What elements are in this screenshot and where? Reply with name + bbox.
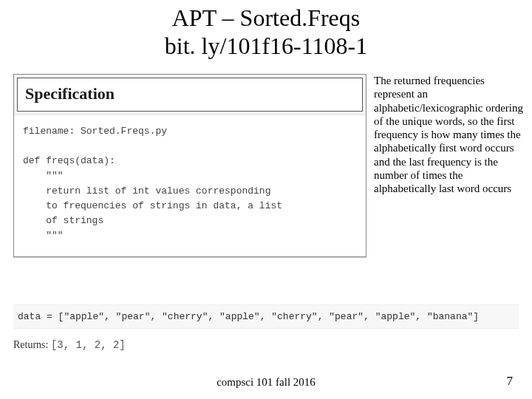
- returns-line: Returns: [3, 1, 2, 2]: [13, 339, 519, 351]
- returns-label: Returns:: [13, 339, 48, 350]
- specification-header: Specification: [17, 78, 363, 112]
- footer-page-number: 7: [507, 374, 514, 389]
- example-block: data = ["apple", "pear", "cherry", "appl…: [13, 304, 519, 351]
- title-line-1: APT – Sorted.Freqs: [172, 4, 361, 31]
- returns-value: [3, 1, 2, 2]: [51, 339, 126, 351]
- code-block: filename: Sorted.Freqs.py def freqs(data…: [14, 115, 366, 256]
- footer-course: compsci 101 fall 2016: [0, 376, 532, 389]
- description-paragraph: The returned frequencies represent an al…: [374, 74, 525, 196]
- example-data-line: data = ["apple", "pear", "cherry", "appl…: [13, 304, 519, 329]
- specification-box: Specification filename: Sorted.Freqs.py …: [13, 74, 366, 257]
- slide-title: APT – Sorted.Freqs bit. ly/101f16-1108-1: [0, 4, 532, 61]
- specification-heading: Specification: [25, 84, 355, 103]
- title-line-2: bit. ly/101f16-1108-1: [165, 33, 367, 59]
